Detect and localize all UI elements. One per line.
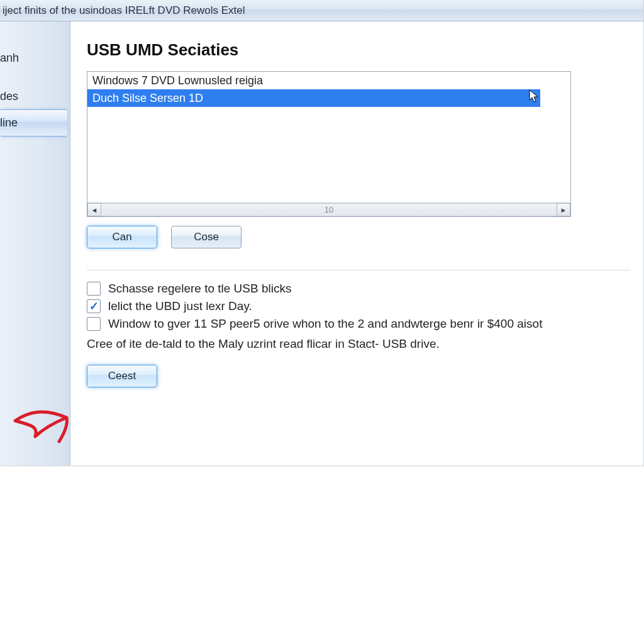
checkbox-row-2[interactable]: Window to gver 11 SP peer5 orive whon to… — [87, 317, 631, 331]
sidebar-item-0[interactable]: anh — [0, 45, 70, 71]
list-button-row: Can Cose — [87, 226, 631, 248]
sidebar-item-3[interactable]: line — [0, 109, 67, 136]
sidebar-item-label: des — [0, 90, 18, 103]
can-button[interactable]: Can — [87, 226, 157, 248]
note-text: Cree of ite de-tald to the Maly uzrint r… — [87, 337, 631, 351]
checkbox-0[interactable] — [87, 282, 101, 296]
cose-button[interactable]: Cose — [171, 226, 242, 248]
list-item[interactable]: Windows 7 DVD Lownusled reigia — [87, 72, 570, 89]
checkbox-label: Window to gver 11 SP peer5 orive whon to… — [108, 317, 542, 331]
application-window: iject finits of the usindoas IRELft DVD … — [0, 0, 644, 465]
sidebar-item-label: line — [0, 116, 18, 129]
window-title: iject finits of the usindoas IRELft DVD … — [3, 4, 245, 17]
scroll-right-button[interactable]: ► — [557, 203, 570, 216]
page-heading: USB UMD Seciaties — [87, 40, 631, 60]
list-item-selected[interactable]: Duch Silse Sersen 1D — [87, 89, 540, 107]
ceest-button[interactable]: Ceest — [87, 365, 157, 387]
horizontal-scrollbar[interactable]: ◄ 10 ► — [87, 203, 570, 216]
window-titlebar[interactable]: iject finits of the usindoas IRELft DVD … — [0, 0, 643, 21]
sidebar: anh des line — [0, 21, 70, 465]
checkbox-label: lelict the UBD just lexr Day. — [108, 299, 252, 313]
checkbox-label: Schasse regelere to tle USB blicks — [108, 282, 291, 296]
sidebar-item-label: anh — [0, 52, 19, 64]
section-divider — [87, 270, 631, 270]
checkbox-row-1[interactable]: lelict the UBD just lexr Day. — [87, 299, 631, 313]
window-body: anh des line USB UMD Seciaties Windows 7… — [0, 21, 643, 465]
checkbox-2[interactable] — [87, 317, 101, 331]
checkbox-row-0[interactable]: Schasse regelere to tle USB blicks — [87, 282, 631, 296]
usb-listbox[interactable]: Windows 7 DVD Lownusled reigia Duch Sils… — [87, 71, 571, 217]
scroll-left-button[interactable]: ◄ — [87, 203, 101, 216]
scroll-track[interactable]: 10 — [101, 203, 557, 216]
scroll-track-label: 10 — [325, 205, 333, 214]
options-section: Schasse regelere to tle USB blicks lelic… — [87, 282, 631, 387]
sidebar-item-1[interactable] — [0, 71, 70, 84]
sidebar-item-2[interactable]: des — [0, 84, 70, 109]
checkbox-1[interactable] — [87, 299, 101, 313]
main-panel: USB UMD Seciaties Windows 7 DVD Lownusle… — [70, 21, 643, 465]
